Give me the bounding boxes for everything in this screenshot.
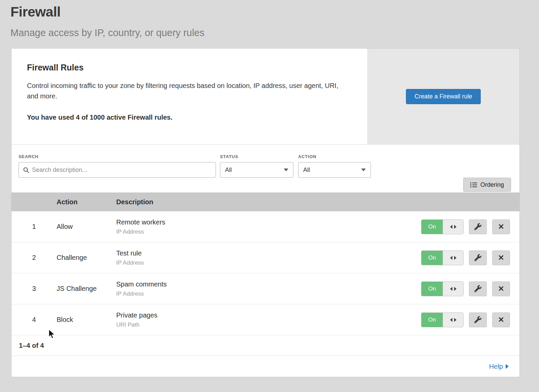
status-select-value: All [225, 167, 232, 174]
edit-rule-button[interactable] [469, 281, 487, 296]
filters-bar: SEARCH STATUS All ACTION [11, 145, 519, 192]
rule-description: Test rule [116, 249, 421, 257]
toggle-on-label: On [421, 282, 443, 296]
table-row: 3 JS Challenge Spam comments IP Address … [11, 273, 519, 304]
pagination-status: 1–4 of 4 [11, 335, 519, 356]
rule-controls: On ✕ [421, 250, 519, 265]
page-title: Firewall [0, 0, 539, 20]
status-label: STATUS [220, 154, 293, 159]
banner-text-area: Firewall Rules Control incoming traffic … [11, 49, 367, 144]
rule-match-type: IP Address [116, 291, 421, 297]
wrench-icon [474, 285, 481, 292]
firewall-rules-card: Firewall Rules Control incoming traffic … [11, 48, 520, 377]
search-filter: SEARCH [19, 154, 216, 178]
rule-action: JS Challenge [57, 285, 116, 293]
toggle-arrows-icon [443, 220, 463, 234]
rule-match-type: URI Path [116, 322, 421, 328]
rule-enabled-toggle[interactable]: On [421, 250, 464, 265]
rule-description-cell: Spam comments IP Address [116, 280, 421, 297]
page-subtitle: Manage access by IP, country, or query r… [0, 20, 539, 38]
rule-description-cell: Test rule IP Address [116, 249, 421, 266]
rule-action: Allow [57, 223, 116, 231]
action-filter: ACTION All [293, 154, 371, 178]
search-input-wrapper [19, 162, 216, 178]
rule-number: 3 [11, 285, 57, 293]
rule-description-cell: Remote workers IP Address [116, 218, 421, 235]
edit-rule-button[interactable] [469, 219, 487, 234]
toggle-arrows-icon [443, 313, 463, 327]
edit-rule-button[interactable] [469, 250, 487, 265]
card-heading: Firewall Rules [27, 63, 347, 72]
toggle-on-label: On [421, 251, 443, 265]
rule-number: 4 [11, 316, 57, 324]
rule-action: Block [57, 316, 116, 324]
rule-enabled-toggle[interactable]: On [421, 281, 464, 296]
rule-controls: On ✕ [421, 312, 519, 327]
ordered-list-icon [470, 182, 477, 188]
card-description: Control incoming traffic to your zone by… [27, 81, 347, 101]
rule-enabled-toggle[interactable]: On [421, 219, 464, 234]
delete-rule-button[interactable]: ✕ [492, 312, 510, 327]
status-filter: STATUS All [216, 154, 293, 178]
close-icon: ✕ [498, 285, 504, 293]
wrench-icon [474, 223, 481, 230]
toggle-on-label: On [421, 220, 443, 234]
rule-enabled-toggle[interactable]: On [421, 312, 464, 327]
rule-action: Challenge [57, 254, 116, 262]
chevron-down-icon [361, 169, 366, 171]
rule-description-cell: Private pages URI Path [116, 311, 421, 328]
rule-controls: On ✕ [421, 281, 519, 296]
toggle-arrows-icon [443, 282, 463, 296]
action-select-value: All [303, 167, 310, 174]
firewall-page: Firewall Manage access by IP, country, o… [0, 0, 539, 392]
help-link-label: Help [489, 363, 503, 370]
rule-description: Private pages [116, 311, 421, 319]
edit-rule-button[interactable] [469, 312, 487, 327]
card-banner: Firewall Rules Control incoming traffic … [11, 49, 519, 145]
delete-rule-button[interactable]: ✕ [492, 281, 510, 296]
ordering-button-label: Ordering [480, 181, 504, 188]
close-icon: ✕ [498, 254, 504, 262]
card-footer: Help [11, 356, 519, 377]
table-row: 1 Allow Remote workers IP Address On ✕ [11, 211, 519, 242]
help-link[interactable]: Help [489, 363, 509, 370]
rule-description: Remote workers [116, 218, 421, 226]
banner-action-area: Create a Firewall rule [367, 49, 519, 144]
ordering-button[interactable]: Ordering [463, 178, 511, 192]
create-firewall-rule-button[interactable]: Create a Firewall rule [406, 89, 480, 104]
status-select[interactable]: All [220, 162, 293, 178]
rule-description: Spam comments [116, 280, 421, 288]
table-row: 2 Challenge Test rule IP Address On ✕ [11, 242, 519, 273]
toggle-arrows-icon [443, 251, 463, 265]
table-header-description: Description [116, 198, 519, 206]
wrench-icon [474, 316, 481, 323]
toggle-on-label: On [421, 313, 443, 327]
delete-rule-button[interactable]: ✕ [492, 250, 510, 265]
action-select[interactable]: All [298, 162, 371, 178]
rule-controls: On ✕ [421, 219, 519, 234]
action-label: ACTION [298, 154, 371, 159]
table-row: 4 Block Private pages URI Path On ✕ [11, 304, 519, 335]
delete-rule-button[interactable]: ✕ [492, 219, 510, 234]
search-input[interactable] [32, 167, 212, 174]
wrench-icon [474, 254, 481, 261]
chevron-down-icon [284, 169, 288, 171]
table-header-action: Action [57, 198, 116, 206]
rule-number: 2 [11, 254, 57, 262]
help-arrow-icon [506, 364, 509, 369]
rule-number: 1 [11, 223, 57, 231]
search-label: SEARCH [19, 154, 216, 159]
close-icon: ✕ [498, 316, 504, 324]
rule-match-type: IP Address [116, 229, 421, 235]
search-icon [23, 167, 29, 173]
usage-text: You have used 4 of 1000 active Firewall … [27, 114, 347, 121]
table-header: Action Description [11, 192, 519, 211]
close-icon: ✕ [498, 223, 504, 231]
rule-match-type: IP Address [116, 260, 421, 266]
